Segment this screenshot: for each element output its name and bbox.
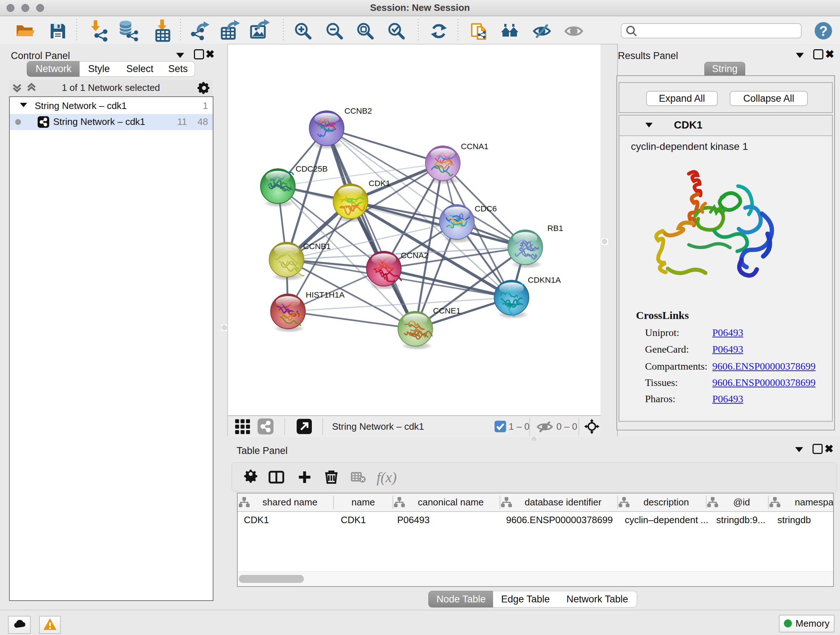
svg-text:CDC6: CDC6 <box>475 204 497 213</box>
svg-text:CCNB1: CCNB1 <box>303 242 331 251</box>
svg-text:CDC25B: CDC25B <box>295 165 328 173</box>
svg-text:CCNA1: CCNA1 <box>461 142 488 151</box>
svg-text:CDKN1A: CDKN1A <box>528 276 561 285</box>
svg-text:name: name <box>351 497 375 508</box>
svg-text:CCNB2: CCNB2 <box>344 106 372 116</box>
svg-text:database identifier: database identifier <box>524 497 602 508</box>
svg-text:HIST1H1A: HIST1H1A <box>306 290 345 299</box>
svg-text:namespace: namespace <box>795 497 833 508</box>
svg-text:?: ? <box>819 24 827 39</box>
svg-text:f(x): f(x) <box>377 469 397 486</box>
svg-text:shared name: shared name <box>263 497 317 508</box>
svg-text:RB1: RB1 <box>547 224 563 233</box>
svg-text:CCNA2: CCNA2 <box>401 251 428 260</box>
svg-text:CCNE1: CCNE1 <box>433 306 461 315</box>
svg-text:@id: @id <box>733 497 750 508</box>
svg-text:description: description <box>644 497 689 508</box>
svg-text:CDK1: CDK1 <box>369 179 390 188</box>
svg-text:canonical name: canonical name <box>418 497 484 508</box>
